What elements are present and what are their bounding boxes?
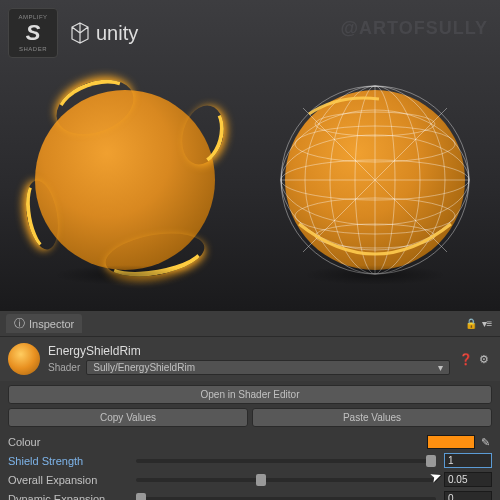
lock-icon[interactable]: 🔒 (464, 317, 478, 331)
preview-sphere-shaded (35, 90, 215, 270)
unity-logo: unity (68, 21, 138, 45)
inspector-body: Open in Shader Editor Copy Values Paste … (0, 381, 500, 500)
viewport-3d: AMPLIFY S SHADER unity @ARTOFSULLY (0, 0, 500, 310)
inspector-tab[interactable]: ⓘ Inspector (6, 314, 82, 333)
amplify-shader-logo: AMPLIFY S SHADER (8, 8, 58, 58)
info-icon: ⓘ (14, 316, 25, 331)
prop-overall-expansion: Overall Expansion 0.05 (8, 470, 492, 489)
prop-colour: Colour ✎ (8, 433, 492, 451)
component-settings-icon[interactable]: ⚙ (476, 351, 492, 367)
preview-sphere-wireframe (285, 90, 465, 270)
material-header: EnergyShieldRim Shader Sully/EnergyShiel… (0, 337, 500, 381)
dynamic-expansion-slider[interactable] (136, 497, 436, 501)
inspector-header: ⓘ Inspector 🔒 ▾≡ (0, 311, 500, 337)
unity-cube-icon (68, 21, 92, 45)
panel-menu-icon[interactable]: ▾≡ (480, 317, 494, 331)
logo-bar: AMPLIFY S SHADER unity (8, 8, 138, 58)
prop-shield-strength: Shield Strength 1 (8, 451, 492, 470)
material-name: EnergyShieldRim (48, 344, 450, 358)
colour-swatch[interactable] (427, 435, 475, 449)
shader-dropdown[interactable]: Sully/EnergyShieldRim ▾ (86, 360, 450, 375)
chevron-down-icon: ▾ (438, 362, 443, 373)
overall-expansion-field[interactable]: 0.05 (444, 472, 492, 487)
prop-dynamic-expansion: Dynamic Expansion 0 (8, 489, 492, 500)
copy-values-button[interactable]: Copy Values (8, 408, 248, 427)
dynamic-expansion-label: Dynamic Expansion (8, 493, 128, 501)
overall-expansion-slider[interactable] (136, 478, 436, 482)
shield-strength-slider[interactable] (136, 459, 436, 463)
colour-label: Colour (8, 436, 128, 448)
inspector-panel: ⓘ Inspector 🔒 ▾≡ EnergyShieldRim Shader … (0, 310, 500, 500)
open-shader-editor-button[interactable]: Open in Shader Editor (8, 385, 492, 404)
paste-values-button[interactable]: Paste Values (252, 408, 492, 427)
component-docs-icon[interactable]: ❓ (458, 351, 474, 367)
shader-label: Shader (48, 362, 80, 373)
dynamic-expansion-field[interactable]: 0 (444, 491, 492, 500)
overall-expansion-label: Overall Expansion (8, 474, 128, 486)
material-preview-icon (8, 343, 40, 375)
shield-strength-field[interactable]: 1 (444, 453, 492, 468)
watermark: @ARTOFSULLY (340, 18, 488, 39)
eyedropper-icon[interactable]: ✎ (479, 436, 492, 449)
shield-strength-label: Shield Strength (8, 455, 128, 467)
